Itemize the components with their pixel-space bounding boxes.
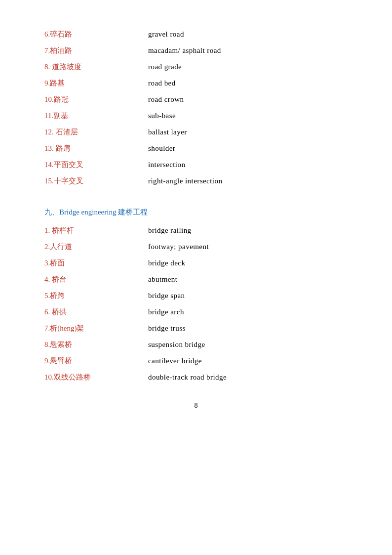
- list-item: 4. 桥台 abutment: [44, 275, 348, 284]
- english-text: bridge deck: [148, 259, 185, 267]
- chinese-text: 1. 桥栏杆: [44, 226, 148, 235]
- chinese-text: 7.析(heng)架: [44, 324, 148, 333]
- list-item: 3.桥面 bridge deck: [44, 258, 348, 268]
- list-item: 2.人行道 footway; pavement: [44, 242, 348, 252]
- english-text: sub-base: [148, 112, 176, 120]
- english-text: road bed: [148, 79, 176, 87]
- chinese-text: 9.悬臂桥: [44, 356, 148, 366]
- english-text: macadam/ asphalt road: [148, 46, 221, 55]
- list-item: 7.析(heng)架 bridge truss: [44, 324, 348, 333]
- chinese-text: 5.桥跨: [44, 291, 148, 300]
- chinese-text: 8.悬索桥: [44, 340, 148, 349]
- english-text: ballast layer: [148, 128, 187, 136]
- english-text: shoulder: [148, 144, 175, 153]
- list-item: 12. 石渣层 ballast layer: [44, 128, 348, 137]
- chinese-text: 11.副基: [44, 111, 148, 121]
- list-item: 7.柏油路 macadam/ asphalt road: [44, 46, 348, 55]
- list-item: 6. 桥拱 bridge arch: [44, 307, 348, 317]
- chinese-text: 7.柏油路: [44, 46, 148, 55]
- bridge-section: 九、Bridge engineering 建桥工程 1. 桥栏杆 bridge …: [44, 208, 348, 382]
- list-item: 15.十字交叉 right-angle intersection: [44, 176, 348, 186]
- list-item: 8. 道路坡度 road grade: [44, 62, 348, 72]
- chinese-text: 4. 桥台: [44, 275, 148, 284]
- english-text: abutment: [148, 275, 177, 284]
- english-text: bridge span: [148, 292, 185, 300]
- chinese-text: 6.碎石路: [44, 30, 148, 39]
- english-text: bridge truss: [148, 324, 186, 333]
- english-text: gravel road: [148, 30, 184, 39]
- prev-section-items: 6.碎石路 gravel road 7.柏油路 macadam/ asphalt…: [44, 30, 348, 186]
- chinese-text: 3.桥面: [44, 258, 148, 268]
- english-text: road crown: [148, 95, 184, 104]
- chinese-text: 6. 桥拱: [44, 307, 148, 317]
- english-text: cantilever bridge: [148, 357, 202, 365]
- chinese-text: 13. 路肩: [44, 144, 148, 153]
- list-item: 9.路基 road bed: [44, 79, 348, 88]
- list-item: 13. 路肩 shoulder: [44, 144, 348, 153]
- list-item: 5.桥跨 bridge span: [44, 291, 348, 300]
- list-item: 9.悬臂桥 cantilever bridge: [44, 356, 348, 366]
- english-text: intersection: [148, 161, 185, 169]
- section-header: 九、Bridge engineering 建桥工程: [44, 208, 348, 217]
- chinese-text: 10.双线公路桥: [44, 373, 148, 382]
- chinese-text: 15.十字交叉: [44, 176, 148, 186]
- list-item: 1. 桥栏杆 bridge railing: [44, 226, 348, 235]
- list-item: 11.副基 sub-base: [44, 111, 348, 121]
- chinese-text: 12. 石渣层: [44, 128, 148, 137]
- page-number: 8: [44, 402, 348, 410]
- list-item: 10.路冠 road crown: [44, 95, 348, 104]
- english-text: suspension bridge: [148, 341, 205, 349]
- chinese-text: 8. 道路坡度: [44, 62, 148, 72]
- list-item: 14.平面交叉 intersection: [44, 160, 348, 170]
- list-item: 10.双线公路桥 double-track road bridge: [44, 373, 348, 382]
- english-text: bridge arch: [148, 308, 184, 316]
- english-text: road grade: [148, 63, 182, 71]
- chinese-text: 2.人行道: [44, 242, 148, 252]
- chinese-text: 14.平面交叉: [44, 160, 148, 170]
- chinese-text: 9.路基: [44, 79, 148, 88]
- list-item: 6.碎石路 gravel road: [44, 30, 348, 39]
- english-text: footway; pavement: [148, 243, 209, 251]
- english-text: double-track road bridge: [148, 373, 227, 382]
- list-item: 8.悬索桥 suspension bridge: [44, 340, 348, 349]
- english-text: bridge railing: [148, 226, 192, 235]
- english-text: right-angle intersection: [148, 177, 222, 185]
- chinese-text: 10.路冠: [44, 95, 148, 104]
